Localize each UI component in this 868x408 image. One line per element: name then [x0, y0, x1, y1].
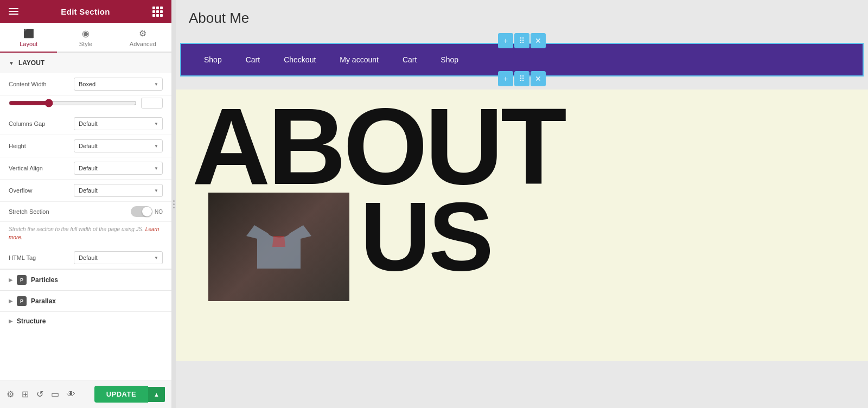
layers-icon[interactable]: ⊞ — [22, 389, 29, 399]
drag-section-bottom-button[interactable]: ⠿ — [514, 71, 529, 86]
panel-title: Edit Section — [61, 7, 110, 16]
responsive-icon[interactable]: ▭ — [51, 389, 59, 399]
add-column-bottom-button[interactable]: + — [498, 71, 513, 86]
about-section: ABOUT US — [176, 90, 868, 361]
style-tab-icon: ◉ — [82, 28, 90, 39]
left-panel: Edit Section ⬛ Layout ◉ Style ⚙ Advanced… — [0, 0, 171, 408]
stretch-toggle-knob — [142, 207, 152, 216]
panel-header: Edit Section — [0, 0, 171, 23]
columns-gap-select[interactable]: Default No Gap Narrow — [74, 117, 163, 130]
eye-icon[interactable]: 👁 — [67, 390, 75, 399]
particles-label: Particles — [31, 276, 58, 284]
about-big-text: ABOUT — [176, 90, 868, 193]
bottom-icon-group: ⚙ ⊞ ↺ ▭ 👁 — [7, 389, 75, 399]
vertical-align-control: Default Top Middle Bottom ▼ — [74, 162, 163, 175]
particles-arrow-icon: ▶ — [9, 277, 12, 283]
tab-style-label: Style — [79, 41, 92, 47]
height-control: Default Fit To Screen Min Height ▼ — [74, 139, 163, 152]
nav-item-shop-2[interactable]: Shop — [429, 44, 470, 75]
stretch-hint-text: Stretch the section to the full width of… — [0, 222, 171, 247]
parallax-arrow-icon: ▶ — [9, 298, 12, 304]
selected-section-wrapper: + ⠿ ✕ Shop Cart Checkout My account Cart… — [176, 43, 868, 76]
stretch-hint-content: Stretch the section to the full width of… — [9, 226, 144, 232]
particles-header[interactable]: ▶ P Particles — [0, 270, 171, 290]
tab-style[interactable]: ◉ Style — [57, 23, 114, 53]
parallax-section: ▶ P Parallax — [0, 290, 171, 311]
section-top-controls: + ⠿ ✕ — [497, 33, 546, 48]
layout-section-label: Layout — [18, 59, 44, 67]
layout-arrow-icon: ▼ — [9, 60, 14, 66]
particles-section: ▶ P Particles — [0, 269, 171, 290]
layout-section-header[interactable]: ▼ Layout — [0, 53, 171, 73]
structure-label: Structure — [17, 317, 46, 325]
canvas-area: About Me + ⠿ ✕ Shop Cart Checkout My acc… — [176, 0, 868, 408]
advanced-tab-icon: ⚙ — [139, 28, 146, 39]
drag-section-button[interactable]: ⠿ — [514, 33, 529, 48]
overflow-label: Overflow — [9, 187, 74, 194]
height-select[interactable]: Default Fit To Screen Min Height — [74, 139, 163, 152]
settings-icon[interactable]: ⚙ — [7, 389, 14, 399]
width-slider-row — [0, 95, 171, 113]
parallax-label: Parallax — [31, 297, 56, 305]
stretch-toggle-no-label: NO — [155, 209, 163, 215]
tab-advanced[interactable]: ⚙ Advanced — [114, 23, 171, 53]
close-section-button[interactable]: ✕ — [531, 33, 546, 48]
tab-advanced-label: Advanced — [130, 41, 156, 47]
about-image-placeholder — [208, 193, 349, 301]
about-text-area: ABOUT US — [176, 90, 868, 361]
nav-item-checkout[interactable]: Checkout — [272, 44, 328, 75]
content-width-control: Boxed Full Width ▼ — [74, 78, 163, 91]
width-slider[interactable] — [9, 99, 137, 107]
panel-tabs: ⬛ Layout ◉ Style ⚙ Advanced — [0, 23, 171, 53]
nav-item-my-account[interactable]: My account — [328, 44, 391, 75]
about-bottom-row: US — [176, 193, 868, 301]
parallax-badge-icon: P — [17, 296, 27, 306]
html-tag-label: HTML Tag — [9, 254, 74, 261]
columns-gap-control: Default No Gap Narrow ▼ — [74, 117, 163, 130]
overflow-control: Default Hidden ▼ — [74, 184, 163, 197]
resize-handle[interactable] — [171, 0, 176, 408]
content-width-label: Content Width — [9, 81, 74, 87]
structure-arrow-icon: ▶ — [9, 318, 12, 324]
structure-section: ▶ Structure — [0, 311, 171, 330]
vertical-align-label: Vertical Align — [9, 165, 74, 171]
nav-item-cart-2[interactable]: Cart — [391, 44, 429, 75]
html-tag-select[interactable]: Default header footer main — [74, 251, 163, 264]
panel-bottom-toolbar: ⚙ ⊞ ↺ ▭ 👁 UPDATE ▲ — [0, 380, 171, 408]
content-width-row: Content Width Boxed Full Width ▼ — [0, 73, 171, 95]
section-bottom-controls: + ⠿ ✕ — [497, 71, 546, 86]
width-value-input[interactable] — [141, 98, 163, 109]
html-tag-row: HTML Tag Default header footer main ▼ — [0, 247, 171, 269]
about-us-text: US — [360, 182, 492, 291]
shirt-svg-icon — [246, 220, 311, 274]
overflow-row: Overflow Default Hidden ▼ — [0, 180, 171, 202]
close-section-bottom-button[interactable]: ✕ — [531, 71, 546, 86]
columns-gap-row: Columns Gap Default No Gap Narrow ▼ — [0, 113, 171, 135]
structure-header[interactable]: ▶ Structure — [0, 312, 171, 330]
particles-badge-icon: P — [17, 275, 27, 285]
html-tag-control: Default header footer main ▼ — [74, 251, 163, 264]
nav-item-cart-1[interactable]: Cart — [234, 44, 272, 75]
history-icon[interactable]: ↺ — [36, 389, 43, 399]
update-button[interactable]: UPDATE — [94, 386, 148, 403]
add-column-button[interactable]: + — [498, 33, 513, 48]
tab-layout[interactable]: ⬛ Layout — [0, 23, 57, 53]
layout-tab-icon: ⬛ — [23, 28, 34, 39]
parallax-header[interactable]: ▶ P Parallax — [0, 291, 171, 311]
stretch-toggle[interactable]: NO — [131, 206, 163, 217]
height-label: Height — [9, 143, 74, 149]
vertical-align-select[interactable]: Default Top Middle Bottom — [74, 162, 163, 175]
about-text-line2: US — [349, 193, 492, 280]
page-title: About Me — [176, 0, 868, 33]
apps-grid-icon[interactable] — [152, 7, 163, 17]
nav-item-shop-1[interactable]: Shop — [192, 44, 234, 75]
height-row: Height Default Fit To Screen Min Height … — [0, 135, 171, 157]
content-width-select[interactable]: Boxed Full Width — [74, 78, 163, 91]
stretch-toggle-track[interactable] — [131, 206, 152, 217]
resize-dots-icon — [173, 200, 175, 208]
menu-icon[interactable] — [9, 8, 18, 15]
overflow-select[interactable]: Default Hidden — [74, 184, 163, 197]
tab-layout-label: Layout — [20, 41, 37, 47]
update-dropdown-button[interactable]: ▲ — [148, 387, 165, 402]
vertical-align-row: Vertical Align Default Top Middle Bottom… — [0, 157, 171, 180]
